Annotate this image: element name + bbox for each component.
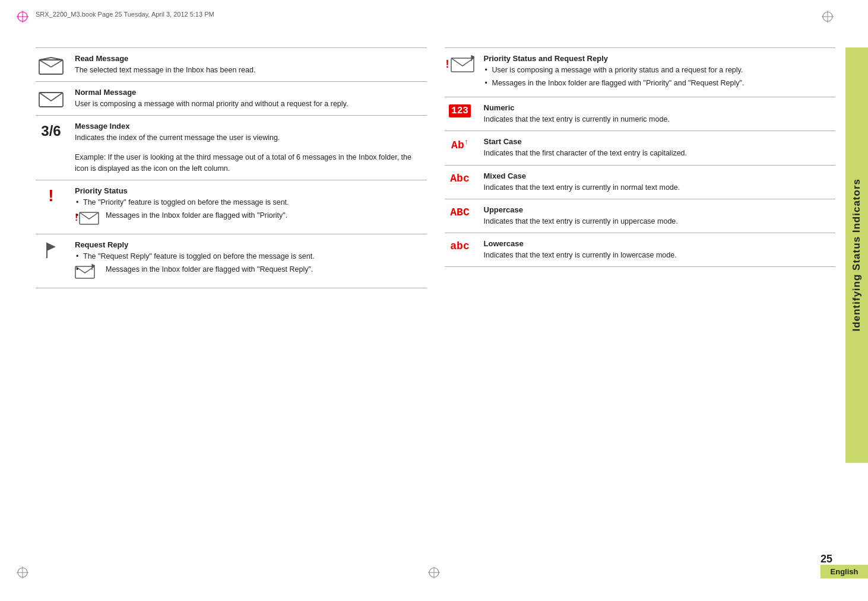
text-cell-normal-message: Normal Message User is composing a messa… xyxy=(75,88,427,109)
priority-bullet-sub-icon: ! Messages in the Inbox folder are flagg… xyxy=(75,210,427,225)
numeric-body: Indicates that the text entry is current… xyxy=(484,114,836,125)
entry-uppercase: ABC Uppercase Indicates that the text en… xyxy=(445,199,836,233)
text-cell-start-case: Start Case Indicates that the first char… xyxy=(484,137,836,158)
entry-lowercase: abc Lowercase Indicates that the text en… xyxy=(445,233,836,267)
entry-priority-status: ! Priority Status The "Priority" feature… xyxy=(36,180,427,234)
reg-mark-bottom-left xyxy=(17,567,28,578)
icon-cell-start-case: Ab↑ xyxy=(445,137,476,151)
icon-cell-uppercase: ABC xyxy=(445,205,476,218)
icon-cell-priority-request-reply: ! xyxy=(445,54,476,73)
content-area: Read Message The selected text message i… xyxy=(36,47,835,554)
read-message-title: Read Message xyxy=(75,54,427,63)
message-index-body: Indicates the index of the current messa… xyxy=(75,132,427,143)
start-case-icon: Ab↑ xyxy=(451,138,468,151)
icon-cell-numeric: 123 xyxy=(445,103,476,117)
priority-sub-envelope-icon xyxy=(79,210,99,225)
entry-read-message: Read Message The selected text message i… xyxy=(36,47,427,81)
text-cell-lowercase: Lowercase Indicates that the text entry … xyxy=(484,239,836,260)
text-cell-priority-status: Priority Status The "Priority" feature i… xyxy=(75,186,427,228)
request-reply-title: Request Reply xyxy=(75,240,427,249)
request-reply-flag-envelope-icon xyxy=(75,264,101,279)
mixed-case-title: Mixed Case xyxy=(484,171,836,180)
right-column: ! Priority Status and Request Reply User… xyxy=(445,47,836,554)
entry-start-case: Ab↑ Start Case Indicates that the first … xyxy=(445,131,836,164)
page-number: 25 xyxy=(821,553,832,565)
normal-message-title: Normal Message xyxy=(75,88,427,97)
priority-status-title: Priority Status xyxy=(75,186,427,195)
priority-bullet-2: Messages in the Inbox folder are flagged… xyxy=(106,210,287,221)
english-label: English xyxy=(821,565,868,578)
priority-request-exclaim-icon: ! xyxy=(446,59,449,69)
side-tab-text: Identifying Status Indicators xyxy=(851,179,863,332)
read-message-icon xyxy=(38,55,64,75)
lowercase-body: Indicates that the text entry is current… xyxy=(484,250,836,260)
file-info: SRX_2200_M3.book Page 25 Tuesday, April … xyxy=(36,11,214,18)
reg-mark-top-left xyxy=(17,11,28,23)
entry-numeric: 123 Numeric Indicates that the text entr… xyxy=(445,97,836,131)
priority-envelope-compound-icon: ! xyxy=(75,210,101,225)
uppercase-icon: ABC xyxy=(450,206,469,218)
text-cell-numeric: Numeric Indicates that the text entry is… xyxy=(484,103,836,125)
start-case-title: Start Case xyxy=(484,137,836,146)
icon-cell-lowercase: abc xyxy=(445,239,476,252)
text-cell-uppercase: Uppercase Indicates that the text entry … xyxy=(484,205,836,227)
priority-status-bullets: The "Priority" feature is toggled on bef… xyxy=(75,197,427,225)
side-tab: Identifying Status Indicators xyxy=(845,47,868,463)
priority-request-reply-icon: ! xyxy=(446,55,474,73)
uppercase-title: Uppercase xyxy=(484,205,836,214)
entry-message-index: 3/6 Message Index Indicates the index of… xyxy=(36,115,427,179)
priority-request-bullet-1: User is composing a message with a prior… xyxy=(484,65,836,75)
start-case-body: Indicates that the first character of th… xyxy=(484,148,836,158)
reg-mark-top-right xyxy=(822,11,834,23)
text-cell-mixed-case: Mixed Case Indicates that the text entry… xyxy=(484,171,836,193)
lowercase-title: Lowercase xyxy=(484,239,836,248)
icon-cell-priority-status: ! xyxy=(36,186,66,204)
numeric-title: Numeric xyxy=(484,103,836,112)
left-column: Read Message The selected text message i… xyxy=(36,47,427,554)
entry-normal-message: Normal Message User is composing a messa… xyxy=(36,81,427,115)
priority-request-bullet-2: Messages in the Inbox folder are flagged… xyxy=(484,78,836,88)
message-index-body2: Example: If the user is looking at the t… xyxy=(75,152,427,173)
icon-cell-mixed-case: Abc xyxy=(445,171,476,185)
icon-cell-message-index: 3/6 xyxy=(36,122,66,139)
message-index-title: Message Index xyxy=(75,122,427,131)
request-reply-bullet-2: Messages in the Inbox folder are flagged… xyxy=(106,264,313,275)
priority-exclaim-icon: ! xyxy=(48,187,53,204)
svg-marker-21 xyxy=(47,243,56,251)
priority-request-reply-bullets: User is composing a message with a prior… xyxy=(484,65,836,88)
uppercase-body: Indicates that the text entry is current… xyxy=(484,216,836,227)
reg-mark-bottom-center xyxy=(428,567,440,578)
message-index-icon: 3/6 xyxy=(41,123,61,139)
normal-message-icon xyxy=(38,89,64,109)
normal-message-body: User is composing a message with normal … xyxy=(75,98,427,109)
mixed-case-body: Indicates that the text entry is current… xyxy=(484,182,836,193)
lowercase-icon: abc xyxy=(450,240,469,252)
icon-cell-request-reply xyxy=(36,240,66,259)
text-cell-message-index: Message Index Indicates the index of the… xyxy=(75,122,427,173)
request-reply-bullets: The "Request Reply" feature is toggled o… xyxy=(75,251,427,279)
request-reply-bullet-sub-icon: Messages in the Inbox folder are flagged… xyxy=(75,264,427,279)
numeric-icon: 123 xyxy=(449,104,471,117)
mixed-case-icon: Abc xyxy=(450,173,469,185)
entry-request-reply: Request Reply The "Request Reply" featur… xyxy=(36,234,427,288)
text-cell-request-reply: Request Reply The "Request Reply" featur… xyxy=(75,240,427,282)
text-cell-read-message: Read Message The selected text message i… xyxy=(75,54,427,75)
request-reply-flag-icon xyxy=(44,241,58,259)
entry-priority-request-reply: ! Priority Status and Request Reply User… xyxy=(445,47,836,97)
entry-mixed-case: Abc Mixed Case Indicates that the text e… xyxy=(445,165,836,199)
svg-line-16 xyxy=(39,60,51,67)
read-message-body: The selected text message in the Inbox h… xyxy=(75,65,427,75)
icon-cell-read-message xyxy=(36,54,66,75)
priority-request-envelope-icon xyxy=(451,55,474,73)
text-cell-priority-request-reply: Priority Status and Request Reply User i… xyxy=(484,54,836,91)
svg-line-17 xyxy=(51,60,63,67)
icon-cell-normal-message xyxy=(36,88,66,109)
priority-bullet-1: The "Priority" feature is toggled on bef… xyxy=(75,197,427,208)
priority-sub-exclaim: ! xyxy=(75,211,78,224)
priority-request-reply-title: Priority Status and Request Reply xyxy=(484,54,836,63)
request-reply-sub-envelope-icon xyxy=(75,264,95,279)
request-reply-bullet-1: The "Request Reply" feature is toggled o… xyxy=(75,251,427,262)
